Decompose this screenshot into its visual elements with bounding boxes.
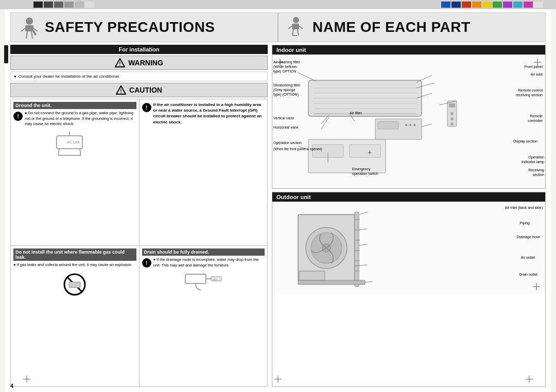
top-bar bbox=[0, 0, 556, 9]
svg-line-19 bbox=[58, 149, 59, 155]
color-block-r8 bbox=[513, 2, 523, 8]
header-right: NAME OF EACH PART bbox=[279, 13, 545, 42]
color-block-5 bbox=[75, 2, 84, 8]
svg-line-85 bbox=[365, 281, 373, 282]
label-vertical-vane: Vertical vane bbox=[273, 116, 294, 120]
color-block-r5 bbox=[482, 2, 492, 8]
svg-rect-55 bbox=[350, 145, 380, 157]
label-horizontal-vane: Horizontal vane bbox=[273, 126, 299, 129]
svg-point-0 bbox=[26, 17, 33, 25]
cell1-text: ● Do not connect the ground to a gas pip… bbox=[25, 111, 136, 127]
bullet-dot: ● bbox=[14, 74, 16, 79]
label-receiving: Receivingsection bbox=[528, 168, 544, 177]
warning-banner: ! WARNING bbox=[10, 56, 268, 70]
svg-rect-26 bbox=[69, 282, 80, 288]
header-left-title: SAFETY PRECAUTIONS bbox=[45, 19, 215, 35]
main-content: For installation ! WARNING ● Consult you… bbox=[10, 45, 546, 387]
left-margin-bar bbox=[4, 45, 8, 63]
svg-line-11 bbox=[292, 29, 293, 35]
svg-line-81 bbox=[359, 212, 368, 215]
svg-point-52 bbox=[450, 122, 454, 126]
svg-line-57 bbox=[298, 73, 316, 81]
indoor-diagram: + bbox=[272, 55, 545, 188]
svg-point-46 bbox=[409, 124, 411, 126]
cell3-title: Do not install the unit where flammable … bbox=[13, 248, 136, 261]
svg-line-61 bbox=[416, 75, 432, 82]
color-block-r3 bbox=[462, 2, 471, 8]
crosshair-bottom-center bbox=[274, 376, 282, 383]
color-block-r4 bbox=[472, 2, 481, 8]
caution-grid: Ground the unit. ! ● Do not connect the … bbox=[10, 99, 268, 387]
svg-rect-27 bbox=[185, 274, 206, 283]
label-front-panel: Front panel bbox=[525, 65, 543, 68]
svg-rect-6 bbox=[32, 30, 37, 36]
label-emergency: Emergencyoperation switch bbox=[352, 167, 378, 176]
warning-bullet-container: ● Consult your dealer for installation o… bbox=[10, 72, 268, 81]
caution-cell-3: Do not install the unit where flammable … bbox=[11, 246, 139, 386]
svg-text:unit: unit bbox=[213, 278, 217, 281]
warning-bullet-text: Consult your dealer for installation of … bbox=[19, 74, 120, 79]
indoor-section: Indoor unit bbox=[272, 45, 546, 189]
svg-point-51 bbox=[450, 117, 454, 120]
header-left: SAFETY PRECAUTIONS bbox=[11, 13, 279, 42]
svg-point-45 bbox=[405, 124, 407, 126]
outdoor-diagram: Air inlet (back and side) Piping Drainag… bbox=[272, 202, 545, 294]
svg-line-83 bbox=[359, 244, 368, 245]
cell4-title: Drain should be fully drained. bbox=[142, 248, 265, 256]
cell1-title: Ground the unit. bbox=[13, 102, 136, 109]
indoor-header: Indoor unit bbox=[272, 45, 545, 55]
color-block-r1 bbox=[441, 2, 450, 8]
page-number: 4 bbox=[10, 383, 13, 389]
label-air-filter: Air filter bbox=[350, 111, 362, 115]
cell3-text: ● If gas leaks and collects around the u… bbox=[13, 262, 136, 268]
svg-line-4 bbox=[26, 31, 27, 39]
color-block-4 bbox=[64, 2, 74, 8]
cell4-text: ● If the drainage route is incomplete, w… bbox=[153, 257, 265, 268]
indoor-unit-svg: + bbox=[283, 60, 509, 188]
outdoor-unit-svg bbox=[277, 204, 442, 294]
label-display-sec: Display section bbox=[513, 139, 537, 143]
header-right-title: NAME OF EACH PART bbox=[312, 19, 471, 35]
label-drain-outlet: Drain outlet bbox=[519, 273, 537, 276]
no-symbol bbox=[13, 272, 136, 297]
svg-rect-80 bbox=[298, 280, 365, 284]
label-air-inlet: Air inlet bbox=[531, 73, 543, 76]
crosshair-bottom-right bbox=[526, 376, 533, 383]
outdoor-header: Outdoor unit bbox=[272, 192, 545, 202]
color-block-r10 bbox=[534, 2, 543, 8]
exclaim-icon-4: ! bbox=[142, 258, 151, 268]
caution-triangle-icon: ! bbox=[116, 85, 126, 95]
caution-cell-4: Drain should be fully drained. ! ● If th… bbox=[140, 246, 268, 386]
exclaim-icon-2: ! bbox=[142, 103, 151, 112]
svg-text:!: ! bbox=[119, 61, 120, 67]
label-front-panel-open: (When the front panel is opened) bbox=[273, 147, 322, 151]
color-block-6 bbox=[85, 2, 94, 8]
color-block-1 bbox=[33, 2, 43, 8]
svg-point-47 bbox=[413, 124, 415, 126]
svg-text:AC Unit: AC Unit bbox=[67, 140, 79, 144]
crosshair-outdoor bbox=[533, 283, 540, 290]
svg-line-20 bbox=[80, 149, 81, 155]
right-column: Indoor unit bbox=[272, 45, 546, 387]
cell2-bold: If the air conditioner is installed in a… bbox=[153, 102, 265, 125]
caution-cell-1: Ground the unit. ! ● Do not connect the … bbox=[11, 99, 139, 245]
svg-line-82 bbox=[359, 229, 368, 230]
caution-cell-2: ! If the air conditioner is installed in… bbox=[140, 99, 268, 245]
for-installation-header: For installation bbox=[10, 45, 268, 54]
warning-label: WARNING bbox=[128, 59, 163, 67]
crosshair-bottom-left bbox=[23, 376, 30, 383]
label-piping: Piping bbox=[520, 221, 530, 225]
svg-rect-49 bbox=[449, 103, 455, 108]
cell1-diagram: AC Unit bbox=[13, 131, 136, 156]
label-remote-ctrl: Remotecontroller bbox=[528, 114, 543, 123]
label-op-indicator: OperationIndicator lamp bbox=[522, 155, 544, 164]
label-deodorizing: Deodorizing filter(Gray spongetype) (OPT… bbox=[273, 83, 301, 97]
label-air-inlet-back: Air inlet (back and side) bbox=[505, 206, 543, 209]
warning-triangle-icon: ! bbox=[115, 58, 125, 67]
color-block-3 bbox=[54, 2, 63, 8]
svg-line-65 bbox=[422, 124, 432, 127]
color-block-2 bbox=[44, 2, 53, 8]
label-remote-recv: Remote controlreceiving section bbox=[516, 88, 543, 97]
svg-line-10 bbox=[299, 26, 303, 29]
svg-text:+: + bbox=[368, 148, 372, 156]
